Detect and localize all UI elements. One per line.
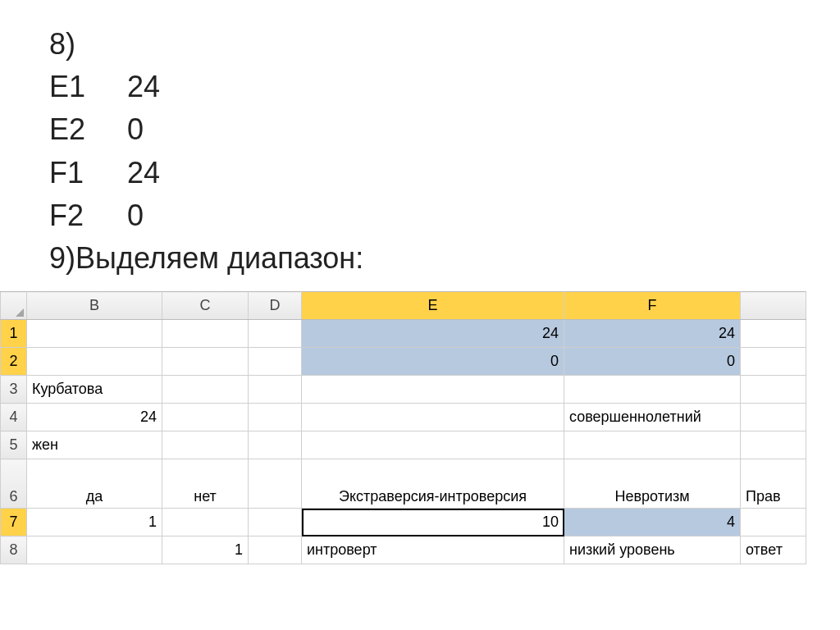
cell-e4[interactable] bbox=[302, 404, 564, 431]
ref-f2: F2 bbox=[49, 194, 127, 237]
cell-c4[interactable] bbox=[162, 404, 249, 431]
cell-c8[interactable]: 1 bbox=[162, 536, 249, 564]
cell-d4[interactable] bbox=[249, 404, 302, 431]
row-7[interactable]: 7 1 10 4 bbox=[1, 509, 806, 536]
cell-e5[interactable] bbox=[302, 431, 564, 459]
cell-d6[interactable] bbox=[249, 459, 302, 509]
row-header-2[interactable]: 2 bbox=[1, 348, 27, 376]
cell-e3[interactable] bbox=[302, 376, 564, 404]
row-1[interactable]: 1 24 24 bbox=[1, 320, 806, 348]
cell-g3[interactable] bbox=[741, 376, 806, 404]
cell-d1[interactable] bbox=[249, 320, 302, 348]
col-header-f[interactable]: F bbox=[564, 292, 741, 320]
select-all-corner[interactable] bbox=[1, 292, 27, 320]
cell-d5[interactable] bbox=[249, 431, 302, 459]
row-8[interactable]: 8 1 интроверт низкий уровень ответ bbox=[1, 536, 806, 564]
instruction-text: 8) E1 24 E2 0 F1 24 F2 0 9)Выделяем диап… bbox=[0, 0, 840, 288]
val-f2: 0 bbox=[127, 194, 144, 237]
cell-d3[interactable] bbox=[249, 376, 302, 404]
row-header-3[interactable]: 3 bbox=[1, 376, 27, 404]
cell-f8[interactable]: низкий уровень bbox=[564, 536, 741, 564]
cell-b3[interactable]: Курбатова bbox=[27, 376, 162, 404]
cell-c3[interactable] bbox=[162, 376, 249, 404]
cell-f1[interactable]: 24 bbox=[564, 320, 741, 348]
cell-g7[interactable] bbox=[741, 509, 806, 536]
cell-f6[interactable]: Невротизм bbox=[564, 459, 741, 509]
cell-b5[interactable]: жен bbox=[27, 431, 162, 459]
val-e1: 24 bbox=[127, 66, 160, 108]
cell-d8[interactable] bbox=[249, 536, 302, 564]
col-header-e[interactable]: E bbox=[302, 292, 564, 320]
row-header-8[interactable]: 8 bbox=[1, 536, 27, 564]
ref-e1: E1 bbox=[49, 66, 127, 108]
cell-b7[interactable]: 1 bbox=[27, 509, 162, 536]
cell-e2[interactable]: 0 bbox=[302, 348, 564, 376]
cell-d2[interactable] bbox=[249, 348, 302, 376]
cell-b1[interactable] bbox=[27, 320, 162, 348]
cell-d7[interactable] bbox=[249, 509, 302, 536]
row-header-6[interactable]: 6 bbox=[1, 459, 27, 509]
ref-f1: F1 bbox=[49, 152, 127, 194]
val-e2: 0 bbox=[127, 108, 144, 151]
cell-f3[interactable] bbox=[564, 376, 741, 404]
cell-f7[interactable]: 4 bbox=[564, 509, 741, 536]
ref-e2: E2 bbox=[49, 108, 127, 151]
cell-g2[interactable] bbox=[741, 348, 806, 376]
col-header-g[interactable] bbox=[741, 292, 806, 320]
cell-b6[interactable]: да bbox=[27, 459, 162, 509]
row-header-1[interactable]: 1 bbox=[1, 320, 27, 348]
step-8-label: 8) bbox=[49, 23, 791, 66]
cell-b8[interactable] bbox=[27, 536, 162, 564]
cell-c6[interactable]: нет bbox=[162, 459, 249, 509]
row-header-5[interactable]: 5 bbox=[1, 431, 27, 459]
row-header-4[interactable]: 4 bbox=[1, 404, 27, 431]
row-4[interactable]: 4 24 совершеннолетний bbox=[1, 404, 806, 431]
cell-f2[interactable]: 0 bbox=[564, 348, 741, 376]
row-5[interactable]: 5 жен bbox=[1, 431, 806, 459]
cell-e1[interactable]: 24 bbox=[302, 320, 564, 348]
cell-b2[interactable] bbox=[27, 348, 162, 376]
cell-c7[interactable] bbox=[162, 509, 249, 536]
cell-g8[interactable]: ответ bbox=[741, 536, 806, 564]
cell-e8[interactable]: интроверт bbox=[302, 536, 564, 564]
row-2[interactable]: 2 0 0 bbox=[1, 348, 806, 376]
cell-e6[interactable]: Экстраверсия-интроверсия bbox=[302, 459, 564, 509]
cell-g6[interactable]: Прав bbox=[741, 459, 806, 509]
cell-g5[interactable] bbox=[741, 431, 806, 459]
row-6[interactable]: 6 да нет Экстраверсия-интроверсия Неврот… bbox=[1, 459, 806, 509]
row-3[interactable]: 3 Курбатова bbox=[1, 376, 806, 404]
cell-c5[interactable] bbox=[162, 431, 249, 459]
cell-c2[interactable] bbox=[162, 348, 249, 376]
cell-f5[interactable] bbox=[564, 431, 741, 459]
col-header-d[interactable]: D bbox=[249, 292, 302, 320]
cell-f4[interactable]: совершеннолетний bbox=[564, 404, 741, 431]
cell-g1[interactable] bbox=[741, 320, 806, 348]
step-9-label: 9)Выделяем диапазон: bbox=[49, 237, 791, 280]
val-f1: 24 bbox=[127, 152, 160, 194]
spreadsheet-grid[interactable]: B C D E F 1 24 24 2 0 0 3 Кур bbox=[0, 291, 806, 564]
cell-g4[interactable] bbox=[741, 404, 806, 431]
col-header-c[interactable]: C bbox=[162, 292, 249, 320]
col-header-b[interactable]: B bbox=[27, 292, 162, 320]
column-header-row[interactable]: B C D E F bbox=[1, 292, 806, 320]
row-header-7[interactable]: 7 bbox=[1, 509, 27, 536]
cell-b4[interactable]: 24 bbox=[27, 404, 162, 431]
cell-e7[interactable]: 10 bbox=[302, 509, 564, 536]
cell-c1[interactable] bbox=[162, 320, 249, 348]
